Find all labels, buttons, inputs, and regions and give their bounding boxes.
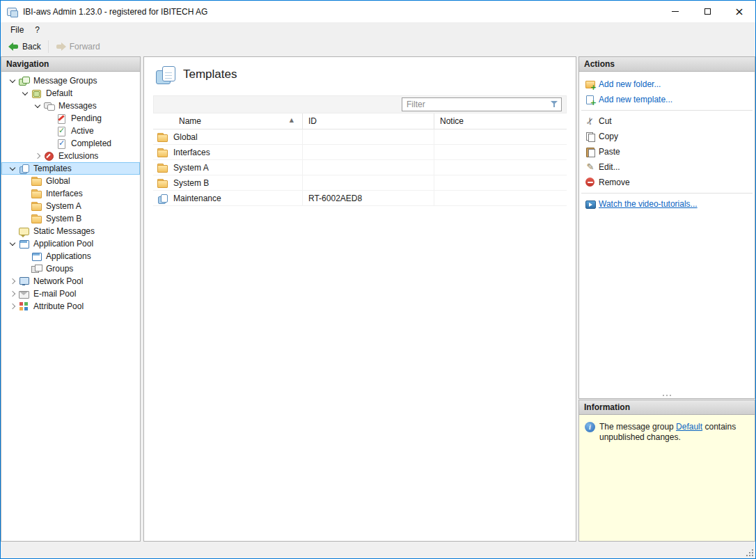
tree-item-default[interactable]: Default [1, 87, 140, 100]
tree-indent [7, 269, 19, 269]
tree-item-attribute-pool[interactable]: Attribute Pool [1, 300, 140, 313]
tree-item-completed[interactable]: Completed [1, 137, 140, 150]
chevron-right-icon[interactable] [7, 288, 18, 299]
table-row-interfaces[interactable]: Interfaces [153, 145, 567, 160]
column-header-id[interactable]: ID [303, 113, 434, 129]
splitter-grip-icon[interactable] [666, 395, 668, 396]
tree-item-system-a[interactable]: System A [1, 200, 140, 212]
remove-action[interactable]: Remove [579, 175, 755, 190]
navigation-header: Navigation [1, 57, 140, 72]
menu-file[interactable]: File [5, 24, 29, 36]
statusbar [1, 549, 755, 558]
filter-box [402, 97, 562, 111]
actions-separator [581, 110, 753, 111]
action-label: Copy [599, 132, 618, 141]
add-new-folder-action[interactable]: Add new folder... [579, 77, 755, 92]
cut-action[interactable]: ✂Cut [579, 113, 755, 129]
copy-action[interactable]: Copy [579, 129, 755, 144]
toolbar: Back Forward [1, 37, 755, 56]
groups-icon [31, 263, 42, 274]
chevron-down-icon[interactable] [7, 75, 18, 86]
chevron-down-icon[interactable] [7, 238, 18, 249]
tree-item-templates[interactable]: Templates [1, 162, 140, 175]
tree-item-active[interactable]: Active [1, 125, 140, 137]
back-button[interactable]: Back [3, 40, 46, 54]
chevron-down-icon[interactable] [32, 100, 43, 111]
add-new-template-action[interactable]: Add new template... [579, 92, 755, 107]
chevron-down-icon[interactable] [7, 163, 18, 174]
cell-name: Interfaces [171, 145, 303, 159]
tree-item-label: System A [45, 201, 81, 211]
titlebar: IBI-aws Admin 1.23.0 - registered for IB… [1, 1, 755, 22]
column-label-name: Name [179, 116, 201, 126]
tree-item-label: E-mail Pool [32, 289, 76, 299]
tree-item-message-groups[interactable]: Message Groups [1, 74, 140, 87]
add-template-icon [585, 94, 596, 105]
action-label: Paste [599, 147, 620, 157]
info-icon [585, 422, 595, 432]
tree-item-application-pool[interactable]: Application Pool [1, 237, 140, 250]
tree-item-label: Static Messages [32, 226, 95, 236]
folder-icon [31, 213, 42, 224]
forward-button[interactable]: Forward [51, 40, 105, 54]
chevron-spacer [45, 125, 56, 136]
toolbar-separator [48, 40, 49, 53]
tree-item-system-b[interactable]: System B [1, 212, 140, 225]
cell-name: Maintenance [171, 191, 303, 205]
table-row-system-a[interactable]: System A [153, 160, 567, 175]
filter-funnel-icon[interactable] [550, 100, 558, 109]
edit-action[interactable]: ✎Edit... [579, 159, 755, 175]
chevron-spacer [7, 226, 18, 237]
maximize-button[interactable] [691, 1, 723, 22]
close-button[interactable]: × [723, 1, 755, 22]
column-header-name[interactable]: Name ▲ [153, 113, 303, 129]
tree-item-pending[interactable]: Pending [1, 112, 140, 125]
cell-name: System B [171, 175, 303, 190]
table-row-maintenance[interactable]: MaintenanceRT-6002AED8 [153, 191, 567, 206]
chevron-right-icon[interactable] [7, 276, 18, 287]
watch-the-video-tutorials-action[interactable]: Watch the video-tutorials... [579, 196, 755, 212]
table-row-global[interactable]: Global [153, 129, 567, 145]
cell-icon [153, 191, 171, 205]
tree-item-network-pool[interactable]: Network Pool [1, 275, 140, 288]
tree-item-label: Global [45, 176, 70, 186]
chevron-right-icon[interactable] [32, 150, 43, 162]
resize-grip-icon[interactable] [746, 549, 753, 556]
tree-item-groups[interactable]: Groups [1, 262, 140, 275]
minimize-button[interactable] [659, 1, 691, 22]
cell-notice [434, 129, 567, 144]
table-row-system-b[interactable]: System B [153, 175, 567, 191]
tree-item-messages[interactable]: Messages [1, 100, 140, 112]
cell-notice [434, 160, 567, 175]
default-message-group-link[interactable]: Default [676, 422, 702, 432]
paste-icon [585, 146, 596, 157]
chevron-spacer [19, 188, 31, 199]
tree-item-applications[interactable]: Applications [1, 250, 140, 262]
tree-item-static-messages[interactable]: Static Messages [1, 225, 140, 237]
action-label: Watch the video-tutorials... [599, 199, 698, 209]
chevron-down-icon[interactable] [19, 88, 31, 99]
actions-separator [581, 193, 753, 194]
templates-page-icon [155, 64, 177, 86]
tree-item-e-mail-pool[interactable]: E-mail Pool [1, 288, 140, 300]
cell-icon [153, 175, 171, 190]
tree-indent [7, 194, 19, 194]
cell-name: System A [171, 160, 303, 175]
tree-indent [7, 156, 32, 157]
filter-input[interactable] [402, 98, 561, 111]
information-body: The message group Default contains unpub… [579, 415, 755, 541]
cell-id [303, 129, 434, 144]
tree-indent [7, 256, 19, 257]
menu-help[interactable]: ? [29, 24, 45, 36]
tree-item-global[interactable]: Global [1, 175, 140, 187]
tree-item-interfaces[interactable]: Interfaces [1, 187, 140, 200]
tree-item-exclusions[interactable]: Exclusions [1, 150, 140, 162]
actions-panel: Actions Add new folder...Add new templat… [578, 56, 755, 399]
column-header-notice[interactable]: Notice [434, 113, 567, 129]
tree-item-label: Exclusions [57, 151, 98, 161]
pending-icon [56, 113, 67, 124]
paste-action[interactable]: Paste [579, 144, 755, 159]
chevron-right-icon[interactable] [7, 301, 18, 312]
cell-icon [153, 129, 171, 144]
filter-band [153, 95, 567, 113]
